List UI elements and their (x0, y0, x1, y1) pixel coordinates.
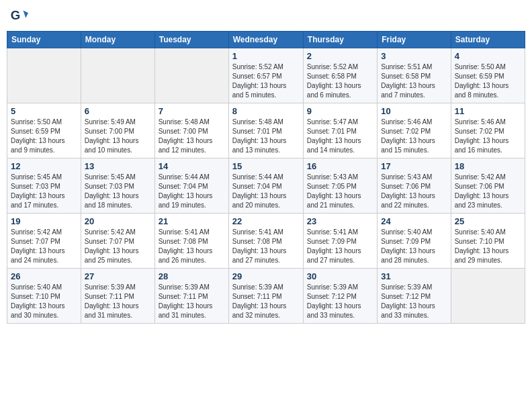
day-info: Sunrise: 5:46 AM Sunset: 7:02 PM Dayligh… (381, 118, 447, 155)
day-cell: 13Sunrise: 5:45 AM Sunset: 7:03 PM Dayli… (81, 158, 154, 214)
day-number: 30 (307, 271, 373, 281)
day-number: 29 (232, 271, 300, 281)
day-number: 12 (11, 161, 77, 171)
day-number: 3 (381, 51, 447, 61)
day-cell: 22Sunrise: 5:41 AM Sunset: 7:08 PM Dayli… (228, 214, 303, 269)
day-cell: 15Sunrise: 5:44 AM Sunset: 7:04 PM Dayli… (228, 158, 303, 214)
day-number: 7 (159, 106, 225, 116)
day-info: Sunrise: 5:40 AM Sunset: 7:10 PM Dayligh… (11, 283, 77, 320)
day-number: 24 (381, 216, 447, 226)
week-row-1: 1Sunrise: 5:52 AM Sunset: 6:57 PM Daylig… (7, 48, 525, 103)
logo: G (9, 7, 30, 26)
day-number: 26 (11, 271, 77, 281)
day-info: Sunrise: 5:40 AM Sunset: 7:10 PM Dayligh… (455, 228, 521, 265)
day-info: Sunrise: 5:51 AM Sunset: 6:58 PM Dayligh… (381, 62, 447, 100)
day-number: 11 (455, 106, 521, 116)
day-cell: 10Sunrise: 5:46 AM Sunset: 7:02 PM Dayli… (378, 103, 451, 158)
day-info: Sunrise: 5:42 AM Sunset: 7:07 PM Dayligh… (11, 228, 77, 265)
day-number: 6 (85, 106, 151, 116)
day-cell: 16Sunrise: 5:43 AM Sunset: 7:05 PM Dayli… (303, 158, 377, 214)
day-cell: 27Sunrise: 5:39 AM Sunset: 7:11 PM Dayli… (81, 269, 154, 324)
day-info: Sunrise: 5:41 AM Sunset: 7:09 PM Dayligh… (307, 228, 373, 265)
header-friday: Friday (378, 32, 451, 48)
header-sunday: Sunday (7, 32, 81, 48)
week-row-4: 19Sunrise: 5:42 AM Sunset: 7:07 PM Dayli… (7, 214, 525, 269)
day-number: 16 (307, 161, 373, 171)
day-info: Sunrise: 5:39 AM Sunset: 7:11 PM Dayligh… (159, 283, 225, 320)
day-cell: 12Sunrise: 5:45 AM Sunset: 7:03 PM Dayli… (7, 158, 81, 214)
day-info: Sunrise: 5:52 AM Sunset: 6:57 PM Dayligh… (232, 62, 300, 100)
day-number: 1 (232, 51, 300, 61)
day-cell: 17Sunrise: 5:43 AM Sunset: 7:06 PM Dayli… (378, 158, 451, 214)
day-info: Sunrise: 5:43 AM Sunset: 7:06 PM Dayligh… (381, 173, 447, 210)
day-cell: 20Sunrise: 5:42 AM Sunset: 7:07 PM Dayli… (81, 214, 154, 269)
day-info: Sunrise: 5:45 AM Sunset: 7:03 PM Dayligh… (11, 173, 77, 210)
day-number: 28 (159, 271, 225, 281)
day-info: Sunrise: 5:41 AM Sunset: 7:08 PM Dayligh… (232, 228, 300, 265)
day-info: Sunrise: 5:44 AM Sunset: 7:04 PM Dayligh… (232, 173, 300, 210)
day-cell: 9Sunrise: 5:47 AM Sunset: 7:01 PM Daylig… (303, 103, 377, 158)
day-number: 9 (307, 106, 373, 116)
day-number: 8 (232, 106, 300, 116)
header: G (7, 7, 525, 26)
day-info: Sunrise: 5:46 AM Sunset: 7:02 PM Dayligh… (455, 118, 521, 155)
day-cell: 25Sunrise: 5:40 AM Sunset: 7:10 PM Dayli… (451, 214, 525, 269)
day-number: 14 (159, 161, 225, 171)
day-cell: 26Sunrise: 5:40 AM Sunset: 7:10 PM Dayli… (7, 269, 81, 324)
day-info: Sunrise: 5:52 AM Sunset: 6:58 PM Dayligh… (307, 62, 373, 100)
day-cell: 23Sunrise: 5:41 AM Sunset: 7:09 PM Dayli… (303, 214, 377, 269)
calendar-header-row: SundayMondayTuesdayWednesdayThursdayFrid… (7, 32, 525, 48)
day-info: Sunrise: 5:49 AM Sunset: 7:00 PM Dayligh… (85, 118, 151, 155)
day-cell: 5Sunrise: 5:50 AM Sunset: 6:59 PM Daylig… (7, 103, 81, 158)
day-info: Sunrise: 5:50 AM Sunset: 6:59 PM Dayligh… (455, 62, 521, 100)
day-info: Sunrise: 5:39 AM Sunset: 7:11 PM Dayligh… (85, 283, 151, 320)
day-cell (7, 48, 81, 103)
header-tuesday: Tuesday (154, 32, 228, 48)
day-cell: 24Sunrise: 5:40 AM Sunset: 7:09 PM Dayli… (378, 214, 451, 269)
day-info: Sunrise: 5:40 AM Sunset: 7:09 PM Dayligh… (381, 228, 447, 265)
day-number: 2 (307, 51, 373, 61)
day-number: 13 (85, 161, 151, 171)
day-info: Sunrise: 5:45 AM Sunset: 7:03 PM Dayligh… (85, 173, 151, 210)
day-number: 22 (232, 216, 300, 226)
day-cell: 3Sunrise: 5:51 AM Sunset: 6:58 PM Daylig… (378, 48, 451, 103)
day-cell (451, 269, 525, 324)
day-info: Sunrise: 5:41 AM Sunset: 7:08 PM Dayligh… (159, 228, 225, 265)
svg-marker-1 (24, 11, 28, 18)
day-cell: 11Sunrise: 5:46 AM Sunset: 7:02 PM Dayli… (451, 103, 525, 158)
day-number: 15 (232, 161, 300, 171)
day-cell: 1Sunrise: 5:52 AM Sunset: 6:57 PM Daylig… (228, 48, 303, 103)
day-cell: 4Sunrise: 5:50 AM Sunset: 6:59 PM Daylig… (451, 48, 525, 103)
day-number: 4 (455, 51, 521, 61)
day-cell: 2Sunrise: 5:52 AM Sunset: 6:58 PM Daylig… (303, 48, 377, 103)
day-info: Sunrise: 5:44 AM Sunset: 7:04 PM Dayligh… (159, 173, 225, 210)
day-number: 10 (381, 106, 447, 116)
day-cell: 14Sunrise: 5:44 AM Sunset: 7:04 PM Dayli… (154, 158, 228, 214)
week-row-3: 12Sunrise: 5:45 AM Sunset: 7:03 PM Dayli… (7, 158, 525, 214)
day-info: Sunrise: 5:39 AM Sunset: 7:12 PM Dayligh… (381, 283, 447, 320)
day-info: Sunrise: 5:39 AM Sunset: 7:12 PM Dayligh… (307, 283, 373, 320)
day-number: 31 (381, 271, 447, 281)
day-info: Sunrise: 5:50 AM Sunset: 6:59 PM Dayligh… (11, 118, 77, 155)
week-row-2: 5Sunrise: 5:50 AM Sunset: 6:59 PM Daylig… (7, 103, 525, 158)
logo-icon: G (9, 7, 28, 26)
day-number: 21 (159, 216, 225, 226)
day-cell: 7Sunrise: 5:48 AM Sunset: 7:00 PM Daylig… (154, 103, 228, 158)
week-row-5: 26Sunrise: 5:40 AM Sunset: 7:10 PM Dayli… (7, 269, 525, 324)
day-number: 27 (85, 271, 151, 281)
day-info: Sunrise: 5:47 AM Sunset: 7:01 PM Dayligh… (307, 118, 373, 155)
day-cell: 19Sunrise: 5:42 AM Sunset: 7:07 PM Dayli… (7, 214, 81, 269)
day-cell (81, 48, 154, 103)
day-number: 25 (455, 216, 521, 226)
day-info: Sunrise: 5:43 AM Sunset: 7:05 PM Dayligh… (307, 173, 373, 210)
day-cell: 31Sunrise: 5:39 AM Sunset: 7:12 PM Dayli… (378, 269, 451, 324)
day-number: 5 (11, 106, 77, 116)
header-saturday: Saturday (451, 32, 525, 48)
header-wednesday: Wednesday (228, 32, 303, 48)
svg-text:G: G (11, 8, 21, 22)
day-cell: 28Sunrise: 5:39 AM Sunset: 7:11 PM Dayli… (154, 269, 228, 324)
header-monday: Monday (81, 32, 154, 48)
day-info: Sunrise: 5:39 AM Sunset: 7:11 PM Dayligh… (232, 283, 300, 320)
day-cell: 21Sunrise: 5:41 AM Sunset: 7:08 PM Dayli… (154, 214, 228, 269)
day-info: Sunrise: 5:42 AM Sunset: 7:06 PM Dayligh… (455, 173, 521, 210)
